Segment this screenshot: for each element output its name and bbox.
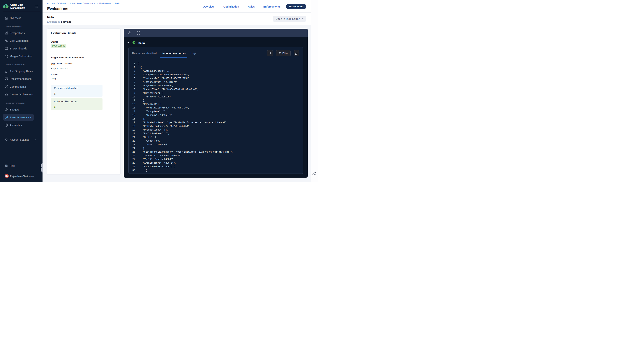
svg-text:$: $ <box>6 116 7 118</box>
svg-text:$: $ <box>6 109 7 110</box>
svg-text:?: ? <box>6 165 7 166</box>
svg-text:aws: aws <box>51 62 55 64</box>
